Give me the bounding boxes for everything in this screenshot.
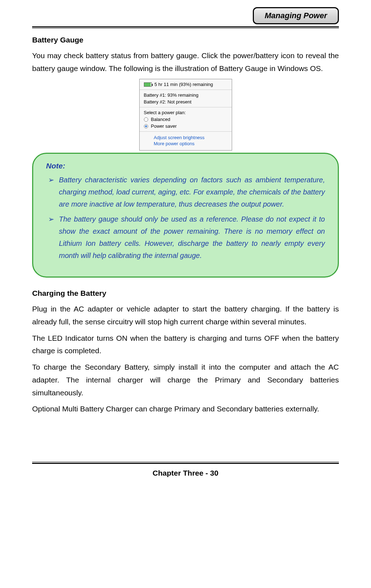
radio-icon[interactable] bbox=[144, 124, 148, 128]
footer-rule bbox=[32, 462, 339, 464]
page-footer: Chapter Three - 30 bbox=[32, 469, 339, 477]
note-item: Battery characteristic varies depending … bbox=[46, 174, 325, 210]
note-title: Note: bbox=[46, 162, 325, 170]
radio-icon[interactable] bbox=[144, 117, 148, 122]
gauge-plan-balanced[interactable]: Balanced bbox=[151, 117, 170, 122]
charging-para-3: To charge the Secondary Battery, simply … bbox=[32, 361, 339, 399]
charging-para-4: Optional Multi Battery Charger can charg… bbox=[32, 402, 339, 415]
gauge-link-brightness[interactable]: Adjust screen brightness bbox=[154, 135, 227, 140]
header-rule bbox=[32, 26, 339, 29]
charging-para-1: Plug in the AC adapter or vehicle adapte… bbox=[32, 303, 339, 328]
heading-battery-gauge: Battery Gauge bbox=[32, 36, 339, 44]
note-box: Note: Battery characteristic varies depe… bbox=[32, 153, 339, 278]
gauge-plan-power-saver[interactable]: Power saver bbox=[151, 123, 177, 129]
gauge-plan-label: Select a power plan: bbox=[144, 110, 186, 115]
gauge-link-more-options[interactable]: More power options bbox=[154, 141, 227, 146]
gauge-remaining-text: 5 hr 11 min (93%) remaining bbox=[155, 82, 213, 87]
note-item: The battery gauge should only be used as… bbox=[46, 213, 325, 262]
heading-charging-battery: Charging the Battery bbox=[32, 289, 339, 298]
battery-icon bbox=[144, 82, 152, 87]
charging-para-2: The LED Indicator turns ON when the batt… bbox=[32, 332, 339, 357]
gauge-battery2-text: Battery #2: Not present bbox=[144, 99, 192, 105]
battery-gauge-illustration: 5 hr 11 min (93%) remaining Battery #1: … bbox=[139, 79, 232, 151]
gauge-battery1-text: Battery #1: 93% remaining bbox=[144, 92, 199, 98]
chapter-tab: Managing Power bbox=[253, 7, 339, 24]
battery-gauge-paragraph: You may check battery status from batter… bbox=[32, 49, 339, 75]
